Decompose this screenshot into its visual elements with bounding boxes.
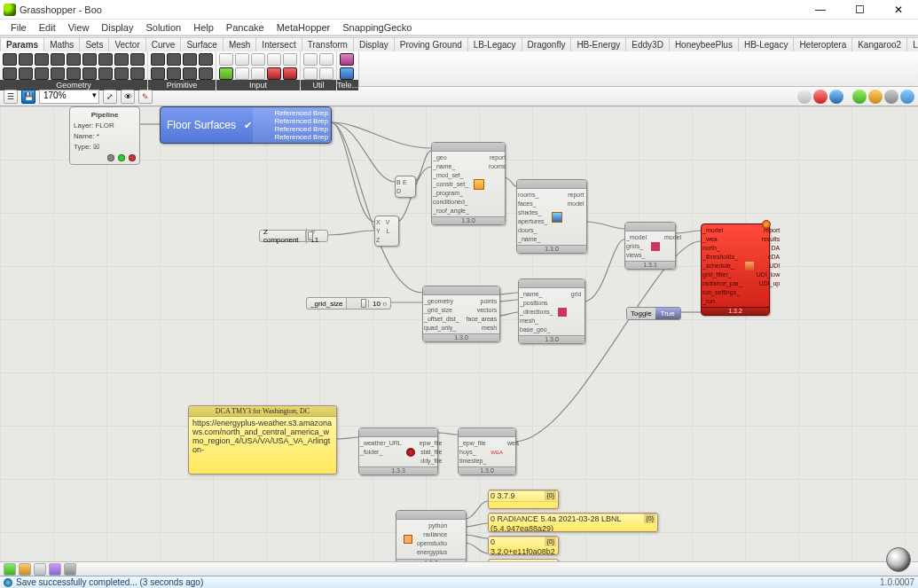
port[interactable]: _thresholds_ <box>702 253 742 261</box>
align-widget-icon[interactable] <box>49 563 61 576</box>
tab-mesh[interactable]: Mesh <box>223 37 256 51</box>
port[interactable]: shades_ <box>518 208 547 216</box>
port[interactable]: grids_ <box>626 242 647 250</box>
port[interactable]: north_ <box>702 244 742 252</box>
port[interactable]: apertures_ <box>518 217 547 225</box>
port[interactable]: _wea <box>702 235 742 243</box>
epw-url-panel[interactable]: DCA TMY3 for Washington, DC https://ener… <box>188 405 337 474</box>
port[interactable]: _geometry <box>424 297 459 305</box>
tab-sets[interactable]: Sets <box>79 37 109 51</box>
port[interactable]: radiance_par_ <box>702 279 742 287</box>
bd-component[interactable]: BD E <box>395 176 416 198</box>
preview-off-icon[interactable] <box>797 90 812 104</box>
tele-icon[interactable] <box>340 53 354 66</box>
only-selected-icon[interactable] <box>868 90 883 104</box>
port[interactable]: results <box>762 235 781 243</box>
port-rooms[interactable]: rooms <box>489 162 506 170</box>
pipeline-component[interactable]: Pipeline Layer: FLOR Name: * Type: ☒ <box>69 106 140 165</box>
port[interactable]: UDI <box>769 262 780 270</box>
input-icon[interactable] <box>283 53 297 66</box>
compass-widget-icon[interactable] <box>886 547 911 572</box>
geom-icon[interactable] <box>82 53 97 66</box>
port[interactable]: _grid_size <box>424 306 459 314</box>
input-icon[interactable] <box>251 67 265 80</box>
epw-download-component[interactable]: _weather_URL _folder_ epw_file stat_file… <box>358 427 438 475</box>
named-view-button[interactable]: 👁 <box>121 90 135 104</box>
geom-icon[interactable] <box>98 53 113 66</box>
zoom-extents-button[interactable]: ⤢ <box>103 90 117 104</box>
port-y[interactable]: Y <box>376 227 381 235</box>
new-doc-button[interactable]: ☰ <box>4 90 18 104</box>
python-version-panel[interactable]: {0} 0 3.7.9 <box>488 490 559 509</box>
menu-help[interactable]: Help <box>188 21 219 34</box>
mru-widget-icon[interactable] <box>19 563 31 576</box>
port[interactable]: _name_ <box>433 162 469 170</box>
port[interactable]: radiance <box>423 530 447 538</box>
util-icon[interactable] <box>303 67 318 80</box>
port[interactable]: _offset_dist_ <box>424 315 459 323</box>
port[interactable]: grid <box>571 290 582 298</box>
port[interactable]: _program_ <box>433 189 469 197</box>
menu-snappinggecko[interactable]: SnappingGecko <box>337 21 417 34</box>
menu-edit[interactable]: Edit <box>34 21 61 34</box>
slider-grip[interactable] <box>361 299 366 308</box>
menu-solution[interactable]: Solution <box>140 21 186 34</box>
tab-vector[interactable]: Vector <box>108 37 145 51</box>
profiler-widget-icon[interactable] <box>64 563 76 576</box>
zoom-dropdown[interactable]: 170% <box>39 90 99 104</box>
port[interactable]: UDI_up <box>758 279 780 287</box>
port[interactable]: DA <box>771 244 780 252</box>
preview-selected-icon[interactable] <box>852 90 867 104</box>
port[interactable]: stat_file <box>420 448 442 456</box>
tele-icon[interactable] <box>340 67 354 80</box>
canvas[interactable]: Pipeline Layer: FLOR Name: * Type: ☒ Flo… <box>0 106 918 563</box>
boolean-toggle[interactable]: Toggle True <box>626 307 681 320</box>
grid-slider[interactable]: _grid_size 10 ○ <box>306 297 391 310</box>
check-installs-component[interactable]: python radiance openstudio energyplus 1.… <box>396 510 467 563</box>
tab-honeybeeplus[interactable]: HoneybeePlus <box>669 37 739 51</box>
prim-icon[interactable] <box>167 67 181 80</box>
port[interactable]: face_areas <box>467 315 498 323</box>
geom-icon[interactable] <box>3 53 17 66</box>
input-icon[interactable] <box>219 67 233 80</box>
geom-icon[interactable] <box>130 67 145 80</box>
grid-component[interactable]: _geometry _grid_size _offset_dist_ quad_… <box>422 286 500 342</box>
geom-icon[interactable] <box>19 53 33 66</box>
tab-surface[interactable]: Surface <box>180 37 223 51</box>
port-v[interactable]: V <box>386 218 390 226</box>
geom-icon[interactable] <box>114 53 129 66</box>
radiance-version-panel[interactable]: {0} 0 RADIANCE 5.4a 2021-03-28 LBNL (5.4… <box>488 513 658 532</box>
tab-maths[interactable]: Maths <box>43 37 80 51</box>
maximize-button[interactable]: ☐ <box>840 0 879 20</box>
geom-icon[interactable] <box>82 67 97 80</box>
preview-wire-icon[interactable] <box>813 90 828 104</box>
port[interactable]: faces_ <box>518 200 547 208</box>
prim-icon[interactable] <box>199 67 213 80</box>
geom-icon[interactable] <box>35 53 49 66</box>
annual-daylight-component[interactable]: _model _wea north_ _thresholds_ _schedul… <box>701 223 770 316</box>
hb-model-component[interactable]: rooms_ faces_ shades_ apertures_ doors_ … <box>516 179 587 254</box>
port-x[interactable]: X <box>376 218 381 226</box>
port[interactable]: rooms_ <box>518 191 547 199</box>
tab-eddy3d[interactable]: Eddy3D <box>625 37 670 51</box>
input-icon[interactable] <box>283 67 297 80</box>
port[interactable]: _folder_ <box>360 448 402 456</box>
port[interactable]: conditioned_ <box>433 198 469 206</box>
assign-grids-component[interactable]: _model grids_ views_ model 1.3.1 <box>624 222 676 270</box>
tab-lb-legacy[interactable]: LB-Legacy <box>467 37 522 51</box>
port[interactable]: _name_ <box>520 290 553 298</box>
port[interactable]: python <box>428 521 447 529</box>
geom-icon[interactable] <box>35 67 49 80</box>
tab-hb-energy[interactable]: HB-Energy <box>570 37 626 51</box>
port[interactable]: _model <box>702 226 742 234</box>
port[interactable]: mesh <box>482 324 497 332</box>
sensor-grid-component[interactable]: _name_ _positions _directions_ mesh_ bas… <box>518 278 585 344</box>
tab-params[interactable]: Params <box>0 37 44 51</box>
port[interactable]: doors_ <box>518 226 547 234</box>
util-icon[interactable] <box>319 53 333 66</box>
input-icon[interactable] <box>219 53 233 66</box>
port[interactable]: _constr_set_ <box>433 180 469 188</box>
port[interactable]: _geo <box>433 153 469 161</box>
port[interactable]: _run <box>702 297 742 305</box>
input-icon[interactable] <box>235 67 249 80</box>
